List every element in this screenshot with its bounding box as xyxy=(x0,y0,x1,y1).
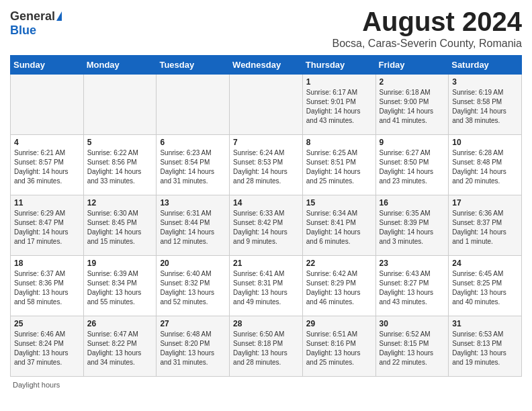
main-title: August 2024 xyxy=(332,7,523,36)
title-area: August 2024 Bocsa, Caras-Severin County,… xyxy=(332,7,523,50)
day-info: Sunrise: 6:35 AMSunset: 8:39 PMDaylight:… xyxy=(380,209,445,246)
calendar-row-1: 4Sunrise: 6:21 AMSunset: 8:57 PMDaylight… xyxy=(11,135,522,195)
day-info: Sunrise: 6:30 AMSunset: 8:45 PMDaylight:… xyxy=(87,209,153,246)
day-number: 9 xyxy=(380,138,445,147)
calendar-cell: 7Sunrise: 6:24 AMSunset: 8:53 PMDaylight… xyxy=(230,135,303,195)
day-number: 1 xyxy=(306,77,372,87)
calendar-cell: 14Sunrise: 6:33 AMSunset: 8:42 PMDayligh… xyxy=(230,195,303,256)
day-number: 4 xyxy=(14,138,80,147)
day-info: Sunrise: 6:48 AMSunset: 8:20 PMDaylight:… xyxy=(160,330,226,367)
header-row: SundayMondayTuesdayWednesdayThursdayFrid… xyxy=(11,56,522,75)
day-number: 14 xyxy=(233,198,299,208)
day-info: Sunrise: 6:36 AMSunset: 8:37 PMDaylight:… xyxy=(452,209,518,246)
calendar-body: 1Sunrise: 6:17 AMSunset: 9:01 PMDaylight… xyxy=(11,75,522,377)
calendar-row-0: 1Sunrise: 6:17 AMSunset: 9:01 PMDaylight… xyxy=(11,75,522,135)
calendar-cell xyxy=(157,75,230,135)
day-number: 26 xyxy=(87,319,153,328)
day-info: Sunrise: 6:22 AMSunset: 8:56 PMDaylight:… xyxy=(87,148,153,186)
calendar-cell: 10Sunrise: 6:28 AMSunset: 8:48 PMDayligh… xyxy=(449,135,522,195)
day-info: Sunrise: 6:28 AMSunset: 8:48 PMDaylight:… xyxy=(452,148,518,186)
day-info: Sunrise: 6:29 AMSunset: 8:47 PMDaylight:… xyxy=(14,209,80,246)
calendar-cell: 15Sunrise: 6:34 AMSunset: 8:41 PMDayligh… xyxy=(302,195,375,256)
day-info: Sunrise: 6:41 AMSunset: 8:31 PMDaylight:… xyxy=(233,269,299,307)
col-header-wednesday: Wednesday xyxy=(230,56,303,75)
day-number: 16 xyxy=(380,198,445,208)
calendar-table: SundayMondayTuesdayWednesdayThursdayFrid… xyxy=(10,55,522,377)
logo-general-text: General xyxy=(10,9,55,24)
daylight-label: Daylight hours xyxy=(13,381,60,389)
calendar-cell: 12Sunrise: 6:30 AMSunset: 8:45 PMDayligh… xyxy=(83,195,157,256)
calendar-cell: 4Sunrise: 6:21 AMSunset: 8:57 PMDaylight… xyxy=(11,135,84,195)
calendar-cell: 9Sunrise: 6:27 AMSunset: 8:50 PMDaylight… xyxy=(375,135,449,195)
calendar-cell: 22Sunrise: 6:42 AMSunset: 8:29 PMDayligh… xyxy=(302,256,375,316)
calendar-cell: 13Sunrise: 6:31 AMSunset: 8:44 PMDayligh… xyxy=(157,195,230,256)
day-info: Sunrise: 6:53 AMSunset: 8:13 PMDaylight:… xyxy=(452,330,518,367)
calendar-cell: 6Sunrise: 6:23 AMSunset: 8:54 PMDaylight… xyxy=(157,135,230,195)
day-info: Sunrise: 6:17 AMSunset: 9:01 PMDaylight:… xyxy=(306,88,372,126)
col-header-monday: Monday xyxy=(83,56,157,75)
day-info: Sunrise: 6:34 AMSunset: 8:41 PMDaylight:… xyxy=(306,209,372,246)
day-number: 30 xyxy=(380,319,445,328)
day-number: 22 xyxy=(306,259,372,268)
day-info: Sunrise: 6:47 AMSunset: 8:22 PMDaylight:… xyxy=(87,330,153,367)
calendar-cell: 27Sunrise: 6:48 AMSunset: 8:20 PMDayligh… xyxy=(157,316,230,377)
calendar-cell: 3Sunrise: 6:19 AMSunset: 8:58 PMDaylight… xyxy=(449,75,522,135)
calendar-cell: 17Sunrise: 6:36 AMSunset: 8:37 PMDayligh… xyxy=(449,195,522,256)
day-number: 18 xyxy=(14,259,80,268)
calendar-cell: 20Sunrise: 6:40 AMSunset: 8:32 PMDayligh… xyxy=(157,256,230,316)
calendar-cell: 18Sunrise: 6:37 AMSunset: 8:36 PMDayligh… xyxy=(11,256,84,316)
calendar-cell: 30Sunrise: 6:52 AMSunset: 8:15 PMDayligh… xyxy=(375,316,449,377)
day-number: 10 xyxy=(452,138,518,147)
day-info: Sunrise: 6:42 AMSunset: 8:29 PMDaylight:… xyxy=(306,269,372,307)
calendar-cell: 21Sunrise: 6:41 AMSunset: 8:31 PMDayligh… xyxy=(230,256,303,316)
day-number: 6 xyxy=(160,138,226,147)
day-info: Sunrise: 6:51 AMSunset: 8:16 PMDaylight:… xyxy=(306,330,372,367)
day-info: Sunrise: 6:43 AMSunset: 8:27 PMDaylight:… xyxy=(380,269,445,307)
calendar-cell: 28Sunrise: 6:50 AMSunset: 8:18 PMDayligh… xyxy=(230,316,303,377)
calendar-cell: 29Sunrise: 6:51 AMSunset: 8:16 PMDayligh… xyxy=(302,316,375,377)
day-info: Sunrise: 6:24 AMSunset: 8:53 PMDaylight:… xyxy=(233,148,299,186)
day-number: 29 xyxy=(306,319,372,328)
footer: Daylight hours xyxy=(10,381,522,389)
calendar-cell: 23Sunrise: 6:43 AMSunset: 8:27 PMDayligh… xyxy=(375,256,449,316)
day-info: Sunrise: 6:19 AMSunset: 8:58 PMDaylight:… xyxy=(452,88,518,126)
day-info: Sunrise: 6:25 AMSunset: 8:51 PMDaylight:… xyxy=(306,148,372,186)
day-info: Sunrise: 6:37 AMSunset: 8:36 PMDaylight:… xyxy=(14,269,80,307)
day-info: Sunrise: 6:52 AMSunset: 8:15 PMDaylight:… xyxy=(380,330,445,367)
day-number: 23 xyxy=(380,259,445,268)
col-header-friday: Friday xyxy=(375,56,449,75)
day-info: Sunrise: 6:46 AMSunset: 8:24 PMDaylight:… xyxy=(14,330,80,367)
day-number: 31 xyxy=(452,319,518,328)
calendar-cell xyxy=(230,75,303,135)
calendar-row-2: 11Sunrise: 6:29 AMSunset: 8:47 PMDayligh… xyxy=(11,195,522,256)
day-info: Sunrise: 6:40 AMSunset: 8:32 PMDaylight:… xyxy=(160,269,226,307)
calendar-row-4: 25Sunrise: 6:46 AMSunset: 8:24 PMDayligh… xyxy=(11,316,522,377)
calendar-header: SundayMondayTuesdayWednesdayThursdayFrid… xyxy=(11,56,522,75)
calendar-cell: 24Sunrise: 6:45 AMSunset: 8:25 PMDayligh… xyxy=(449,256,522,316)
day-number: 13 xyxy=(160,198,226,208)
day-number: 7 xyxy=(233,138,299,147)
day-number: 20 xyxy=(160,259,226,268)
day-number: 8 xyxy=(306,138,372,147)
day-info: Sunrise: 6:23 AMSunset: 8:54 PMDaylight:… xyxy=(160,148,226,186)
calendar-cell: 31Sunrise: 6:53 AMSunset: 8:13 PMDayligh… xyxy=(449,316,522,377)
day-number: 17 xyxy=(452,198,518,208)
day-number: 24 xyxy=(452,259,518,268)
col-header-sunday: Sunday xyxy=(11,56,84,75)
day-info: Sunrise: 6:31 AMSunset: 8:44 PMDaylight:… xyxy=(160,209,226,246)
calendar-row-3: 18Sunrise: 6:37 AMSunset: 8:36 PMDayligh… xyxy=(11,256,522,316)
col-header-saturday: Saturday xyxy=(449,56,522,75)
header: General Blue August 2024 Bocsa, Caras-Se… xyxy=(10,7,522,50)
day-info: Sunrise: 6:21 AMSunset: 8:57 PMDaylight:… xyxy=(14,148,80,186)
day-number: 2 xyxy=(380,77,445,87)
calendar-cell: 19Sunrise: 6:39 AMSunset: 8:34 PMDayligh… xyxy=(83,256,157,316)
calendar-cell: 26Sunrise: 6:47 AMSunset: 8:22 PMDayligh… xyxy=(83,316,157,377)
day-number: 28 xyxy=(233,319,299,328)
calendar-cell: 1Sunrise: 6:17 AMSunset: 9:01 PMDaylight… xyxy=(302,75,375,135)
day-info: Sunrise: 6:45 AMSunset: 8:25 PMDaylight:… xyxy=(452,269,518,307)
calendar-cell: 2Sunrise: 6:18 AMSunset: 9:00 PMDaylight… xyxy=(375,75,449,135)
calendar-cell: 11Sunrise: 6:29 AMSunset: 8:47 PMDayligh… xyxy=(11,195,84,256)
day-number: 15 xyxy=(306,198,372,208)
day-number: 21 xyxy=(233,259,299,268)
logo-triangle-icon xyxy=(56,11,62,21)
